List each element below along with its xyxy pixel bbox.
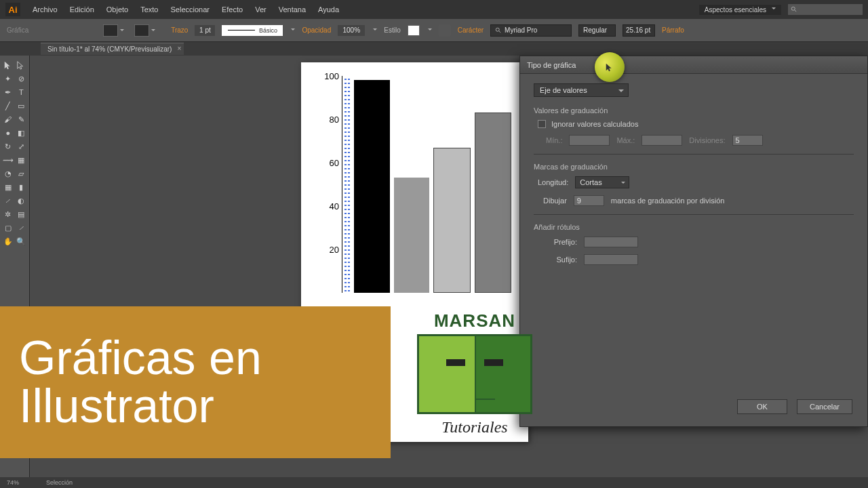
stroke-label: Trazo [171,26,188,34]
lasso-tool[interactable]: ⊘ [15,72,28,85]
stroke-weight-field[interactable]: 1 pt [195,25,215,36]
title-line-2: Illustrator [19,382,391,430]
dialog-titlebar[interactable]: Tipo de gráfica [520,56,867,74]
marsan-name: MARSAN [400,310,549,331]
stroke-swatch[interactable] [134,24,149,37]
menu-ver[interactable]: Ver [255,5,267,14]
divisions-field[interactable]: 5 [732,135,763,146]
fill-swatch[interactable] [103,24,118,37]
suffix-label: Sufijo: [547,256,577,264]
min-field[interactable] [569,135,610,146]
group-label-values: Valores de graduación [534,106,854,115]
selection-highlight [344,77,351,293]
axis-dropdown[interactable]: Eje de valores [534,83,629,97]
bar-1[interactable] [354,80,390,293]
max-field[interactable] [642,135,682,146]
magic-wand-tool[interactable]: ✦ [1,72,15,85]
stroke-style-dropdown[interactable]: Básico [222,25,283,36]
bar-chart[interactable]: 100 80 60 40 20 [321,76,511,320]
chevron-down-icon [428,28,432,33]
length-dropdown[interactable]: Cortas [575,176,629,188]
cancel-button[interactable]: Cancelar [797,399,852,414]
max-label: Máx.: [616,136,635,144]
suffix-field[interactable] [584,254,638,265]
menu-efecto[interactable]: Efecto [222,5,243,14]
search-input[interactable] [788,4,863,15]
menu-texto[interactable]: Texto [140,5,158,14]
status-bar: 74% Selección [0,477,868,488]
style-label: Estilo [384,26,400,34]
document-tab[interactable]: Sin título-1* al 74% (CMYK/Previsualizar… [41,43,184,55]
font-family-dropdown[interactable]: Myriad Pro [490,24,572,37]
prefix-field[interactable] [584,237,638,247]
style-swatch[interactable] [408,25,420,36]
perspective-tool[interactable]: ▱ [15,167,28,180]
workspace-dropdown[interactable]: Aspectos esenciales [699,5,781,15]
status-selection: Selección [46,479,73,486]
marsan-logo-icon [417,334,532,414]
cursor-highlight-icon [595,52,625,82]
pencil-tool[interactable]: ✎ [15,113,28,126]
rotate-tool[interactable]: ↻ [1,140,15,153]
selection-tool[interactable] [1,58,15,72]
transparency-icon[interactable] [439,24,451,37]
menu-ayuda[interactable]: Ayuda [318,5,339,14]
search-icon [495,27,502,34]
menu-seleccionar[interactable]: Seleccionar [170,5,209,14]
title-line-1: Gráficas en [19,334,391,382]
chevron-down-icon [772,7,776,12]
free-transform-tool[interactable]: ▦ [15,153,28,167]
menu-objeto[interactable]: Objeto [106,5,128,14]
zoom-tool[interactable]: 🔍 [15,235,28,248]
ytick-100: 100 [321,71,339,81]
scale-tool[interactable]: ⤢ [15,140,28,153]
menu-ventana[interactable]: Ventana [279,5,306,14]
opacity-label: Opacidad [302,26,331,34]
draw-suffix: marcas de graduación por división [611,197,725,205]
artboard-tool[interactable]: ▢ [1,221,15,235]
draw-field[interactable]: 9 [574,195,604,206]
paintbrush-tool[interactable]: 🖌 [1,113,15,126]
marsan-logo-block: MARSAN Tutoriales [400,310,549,436]
gradient-tool[interactable]: ▮ [15,180,28,194]
width-tool[interactable]: ⟿ [1,153,15,167]
app-icon: Ai [5,3,20,16]
bar-4[interactable] [475,113,512,293]
line-tool[interactable]: ╱ [1,99,15,113]
eyedropper-tool[interactable]: ⟋ [1,194,15,207]
paragraph-label: Párrafo [662,26,684,34]
graph-type-dialog: Tipo de gráfica Eje de valores Valores d… [519,56,868,427]
svg-line-1 [795,10,797,12]
length-label: Longitud: [538,178,568,186]
type-tool[interactable]: T [15,85,28,99]
menu-archivo[interactable]: Archivo [33,5,58,14]
min-label: Mín.: [546,136,562,144]
ytick-40: 40 [321,201,339,211]
slice-tool[interactable]: ⟋ [15,221,28,235]
symbol-sprayer-tool[interactable]: ✲ [1,207,15,221]
font-size-field[interactable]: 25.16 pt [623,24,655,37]
menu-edicion[interactable]: Edición [70,5,94,14]
hand-tool[interactable]: ✋ [1,235,15,248]
blend-tool[interactable]: ◐ [15,194,28,207]
pen-tool[interactable]: ✒ [1,85,15,99]
svg-point-0 [791,7,795,10]
graph-tool[interactable]: ▤ [15,207,28,221]
group-label-add-labels: Añadir rótulos [534,223,854,231]
shape-builder-tool[interactable]: ◔ [1,167,15,180]
opacity-field[interactable]: 100% [338,25,365,36]
rectangle-tool[interactable]: ▭ [15,99,28,113]
mesh-tool[interactable]: ▦ [1,180,15,194]
bar-3[interactable] [433,148,471,293]
direct-selection-tool[interactable] [15,58,28,72]
ok-button[interactable]: OK [737,399,787,414]
zoom-level[interactable]: 74% [7,479,19,486]
font-weight-dropdown[interactable]: Regular [578,24,616,37]
eraser-tool[interactable]: ◧ [15,126,28,140]
bar-2[interactable] [394,178,430,293]
bars [354,76,511,293]
ytick-20: 20 [321,245,339,255]
blob-brush-tool[interactable]: ● [1,126,15,140]
ignore-calculated-checkbox[interactable] [538,120,546,128]
controlbar: Gráfica Trazo 1 pt Básico Opacidad 100% … [0,19,868,42]
